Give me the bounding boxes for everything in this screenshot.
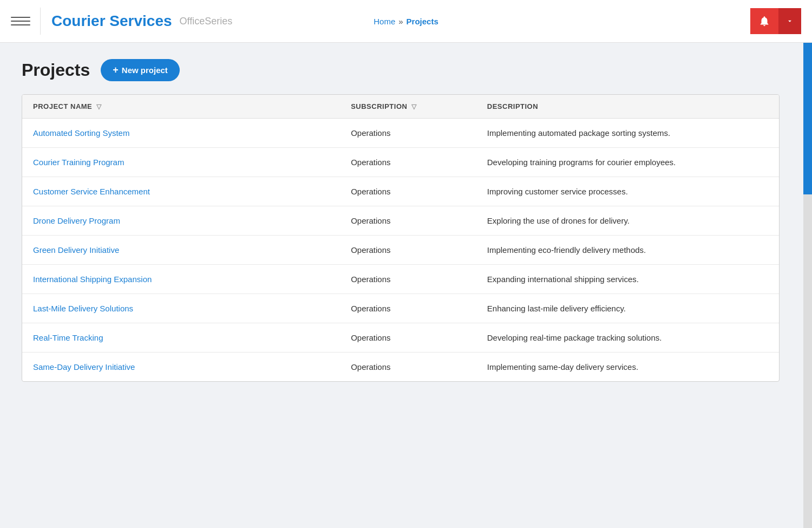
projects-table-container: PROJECT NAME ▽ SUBSCRIPTION ▽ DESCRIPTIO…	[22, 94, 780, 382]
table-body: Automated Sorting SystemOperationsImplem…	[22, 119, 779, 382]
table-row: Green Delivery InitiativeOperationsImple…	[22, 236, 779, 265]
description-cell: Implementing eco-friendly delivery metho…	[476, 236, 779, 265]
subscription-cell: Operations	[340, 265, 476, 294]
main-content: Projects + New project PROJECT NAME ▽	[0, 43, 812, 398]
hamburger-menu[interactable]	[11, 11, 30, 31]
description-cell: Implementing same-day delivery services.	[476, 353, 779, 382]
project-filter-icon[interactable]: ▽	[96, 103, 102, 110]
project-name-cell[interactable]: Drone Delivery Program	[22, 206, 340, 236]
subscription-filter-icon[interactable]: ▽	[411, 103, 417, 110]
header-divider	[40, 8, 41, 35]
plus-icon: +	[113, 64, 119, 76]
col-header-project: PROJECT NAME ▽	[22, 95, 340, 119]
project-name-cell[interactable]: Courier Training Program	[22, 148, 340, 177]
description-cell: Implementing automated package sorting s…	[476, 119, 779, 148]
projects-table: PROJECT NAME ▽ SUBSCRIPTION ▽ DESCRIPTIO…	[22, 95, 779, 381]
description-cell: Improving customer service processes.	[476, 177, 779, 206]
page-header: Projects + New project	[22, 59, 790, 81]
description-cell: Expanding international shipping service…	[476, 265, 779, 294]
new-project-button[interactable]: + New project	[101, 59, 180, 81]
project-name-cell[interactable]: International Shipping Expansion	[22, 265, 340, 294]
subscription-cell: Operations	[340, 294, 476, 323]
breadcrumb: Home » Projects	[374, 17, 438, 26]
table-row: International Shipping ExpansionOperatio…	[22, 265, 779, 294]
project-name-cell[interactable]: Automated Sorting System	[22, 119, 340, 148]
app-title: Courier Services	[51, 12, 172, 30]
subscription-cell: Operations	[340, 119, 476, 148]
description-cell: Exploring the use of drones for delivery…	[476, 206, 779, 236]
project-name-cell[interactable]: Last-Mile Delivery Solutions	[22, 294, 340, 323]
description-cell: Developing training programs for courier…	[476, 148, 779, 177]
table-row: Automated Sorting SystemOperationsImplem…	[22, 119, 779, 148]
subscription-cell: Operations	[340, 177, 476, 206]
app-header: Courier Services OfficeSeries Home » Pro…	[0, 0, 812, 43]
notification-button[interactable]	[750, 8, 778, 34]
table-row: Customer Service EnhancementOperationsIm…	[22, 177, 779, 206]
breadcrumb-home[interactable]: Home	[374, 17, 395, 26]
table-row: Same-Day Delivery InitiativeOperationsIm…	[22, 353, 779, 382]
breadcrumb-current: Projects	[407, 17, 438, 26]
col-header-subscription: SUBSCRIPTION ▽	[340, 95, 476, 119]
col-header-description: DESCRIPTION	[476, 95, 779, 119]
table-header: PROJECT NAME ▽ SUBSCRIPTION ▽ DESCRIPTIO…	[22, 95, 779, 119]
dropdown-button[interactable]	[778, 8, 801, 34]
project-name-cell[interactable]: Green Delivery Initiative	[22, 236, 340, 265]
app-subtitle: OfficeSeries	[180, 16, 233, 27]
description-cell: Developing real-time package tracking so…	[476, 323, 779, 353]
table-row: Drone Delivery ProgramOperationsExplorin…	[22, 206, 779, 236]
description-cell: Enhancing last-mile delivery efficiency.	[476, 294, 779, 323]
bell-icon	[758, 15, 770, 27]
project-name-cell[interactable]: Same-Day Delivery Initiative	[22, 353, 340, 382]
chevron-down-icon	[786, 17, 794, 25]
table-row: Last-Mile Delivery SolutionsOperationsEn…	[22, 294, 779, 323]
page-title: Projects	[22, 60, 90, 80]
new-project-label: New project	[122, 66, 168, 75]
breadcrumb-separator: »	[398, 17, 403, 26]
project-name-cell[interactable]: Real-Time Tracking	[22, 323, 340, 353]
header-actions	[750, 8, 801, 34]
subscription-cell: Operations	[340, 323, 476, 353]
subscription-cell: Operations	[340, 148, 476, 177]
subscription-cell: Operations	[340, 353, 476, 382]
subscription-cell: Operations	[340, 236, 476, 265]
table-row: Real-Time TrackingOperationsDeveloping r…	[22, 323, 779, 353]
project-name-cell[interactable]: Customer Service Enhancement	[22, 177, 340, 206]
subscription-cell: Operations	[340, 206, 476, 236]
table-row: Courier Training ProgramOperationsDevelo…	[22, 148, 779, 177]
